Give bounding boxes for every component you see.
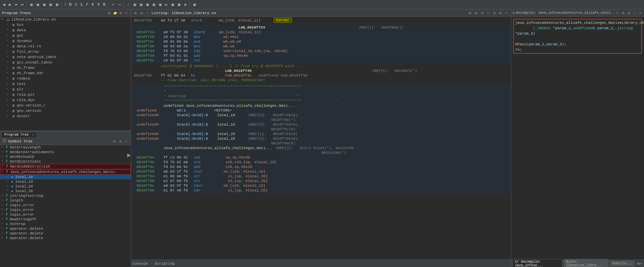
tree-gnu-ver[interactable]: + ▣ gnu.version bbox=[0, 108, 131, 114]
listing-line-0010f734[interactable]: 0010f734 fd 7b 43 a9 ldp x29=>local_10,x… bbox=[134, 49, 508, 53]
sym-length[interactable]: + f length bbox=[0, 198, 131, 203]
sym-newstringutf[interactable]: + f NewStringUTF bbox=[0, 217, 131, 222]
listing-btn5[interactable]: ☰ bbox=[492, 11, 497, 15]
toolbar-b[interactable]: B bbox=[102, 2, 107, 7]
toolbar-f[interactable]: F bbox=[85, 2, 89, 7]
toolbar-check[interactable]: ✓ bbox=[126, 2, 131, 7]
sym-op-del3[interactable]: + f operator.delete bbox=[0, 236, 131, 240]
listing-line-0010f740[interactable]: 0010f740 ff 01 00 94 bl FUN_0010ff3c und… bbox=[131, 73, 511, 78]
toolbar-arrow-right[interactable]: ➡ bbox=[20, 2, 25, 7]
toolbar-arrow-left[interactable]: ⬅ bbox=[13, 2, 19, 7]
sym-getarraylength[interactable]: + f GetArrayLength bbox=[0, 145, 131, 150]
stack-local28[interactable]: undefined8 Stack[-0x28]:8 local_28 XREF[… bbox=[134, 136, 508, 141]
decompile-close[interactable]: ✕ bbox=[638, 11, 643, 15]
symbol-close[interactable]: ✕ bbox=[124, 139, 129, 144]
toolbar-play[interactable]: ▶ bbox=[164, 2, 169, 7]
listing-btn1[interactable]: ⊞ bbox=[468, 11, 472, 15]
toolbar-btn2[interactable]: ▣ bbox=[35, 2, 41, 7]
toolbar-run6[interactable]: ▣ bbox=[170, 2, 176, 7]
toolbar-run7[interactable]: ▣ bbox=[176, 2, 182, 7]
sym-jstringtostring[interactable]: + f jstringTostring bbox=[0, 193, 131, 198]
toolbar-forward[interactable]: ▶ bbox=[7, 2, 13, 7]
listing-btn3[interactable]: ⊡ bbox=[480, 11, 485, 15]
tree-note[interactable]: + ▣ note.android.ident bbox=[0, 54, 131, 60]
lab-line[interactable]: LAB_0010f724 XREF[1]: 0010f6e8(j) bbox=[134, 25, 508, 30]
sym-hardcodeentry[interactable]: + f HardcodeEntry(rish bbox=[0, 164, 131, 169]
return-line[interactable]: undefined w0:1 <RETURN> bbox=[134, 108, 508, 113]
tree-rela-plt[interactable]: + ▣ rela.plt bbox=[0, 92, 131, 97]
tree-dynstr[interactable]: + ▣ dynstr bbox=[0, 114, 131, 119]
sym-nothrow[interactable]: + ● nothrow bbox=[0, 222, 131, 226]
sym-op-del2[interactable]: + f operator.delete bbox=[0, 231, 131, 236]
toolbar-redo[interactable]: ↪ bbox=[117, 2, 122, 7]
toolbar-run8[interactable]: ▣ bbox=[192, 2, 197, 7]
stack-local18[interactable]: undefined8 Stack[-0x18]:8 local_18 XREF[… bbox=[134, 122, 508, 127]
tree-fini[interactable]: + ▣ fini_array bbox=[0, 49, 131, 54]
toolbar-btn1[interactable]: ▣ bbox=[29, 2, 34, 7]
dtab-bytes[interactable]: Bytes: libnative_libra... bbox=[564, 259, 608, 267]
tree-bss[interactable]: + ▣ bss bbox=[0, 22, 131, 28]
tree-data[interactable]: + ▣ data bbox=[0, 28, 131, 33]
sym-java-infosec[interactable]: + f Java_infosecadventures_allsafe_chall… bbox=[0, 169, 131, 175]
tree-close[interactable]: ✕ bbox=[124, 11, 129, 15]
tree-data-rel-ro[interactable]: + ▣ data.rel.ro bbox=[0, 44, 131, 49]
sym-getbytearrayelements[interactable]: + f GetByteArrayElements bbox=[0, 150, 131, 154]
stack-local10[interactable]: undefined8 Stack[-0x10]:8 local_10 XREF[… bbox=[134, 113, 508, 118]
toolbar-back[interactable]: ◀ bbox=[1, 2, 7, 7]
tab-program-tree[interactable]: Program Tree ✕ bbox=[1, 132, 37, 137]
listing-icon-2[interactable]: ⊞ bbox=[139, 11, 144, 15]
listing-line-0010f754[interactable]: 0010f754 e1 0b 00 f9 str x1,[sp, #local_… bbox=[134, 174, 508, 179]
toolbar-v[interactable]: V bbox=[96, 2, 101, 7]
sym-local18[interactable]: + ● local_18 bbox=[0, 179, 131, 184]
listing-line-0010f760[interactable]: 0010f760 e1 07 40 f9 ldr x1,[sp, #local_… bbox=[134, 188, 508, 193]
listing-icon-1[interactable]: ⊞ bbox=[133, 11, 138, 15]
sym-getmethodid[interactable]: + f GetMethodID bbox=[0, 154, 131, 159]
symbol-icon-1[interactable]: ⊞ bbox=[112, 139, 117, 144]
tree-rela-dyn[interactable]: + ▣ rela.dyn bbox=[0, 97, 131, 103]
tree-eh-hdr[interactable]: + ▣ eh_frame_hdr bbox=[0, 71, 131, 76]
tree-got[interactable]: + ▣ got bbox=[0, 33, 131, 38]
toolbar-u[interactable]: U bbox=[74, 2, 79, 7]
listing-close[interactable]: ✕ bbox=[504, 11, 509, 15]
listing-line-0010f74c[interactable]: 0010f74c fd 83 00 91 add x29,sp,#0x20 bbox=[134, 165, 508, 169]
sym-logic3[interactable]: + f logic_error bbox=[0, 212, 131, 217]
tree-icon-2[interactable]: 📁 bbox=[113, 11, 117, 15]
toolbar-run2[interactable]: ▣ bbox=[138, 2, 144, 7]
toolbar-btn5[interactable]: ▣ bbox=[54, 2, 60, 7]
tree-icon-1[interactable]: ⊞ bbox=[107, 11, 112, 15]
toolbar-k[interactable]: K bbox=[90, 2, 95, 7]
toolbar-btn4[interactable]: ▣ bbox=[48, 2, 53, 7]
toolbar-run3[interactable]: ▣ bbox=[145, 2, 150, 7]
toolbar-btn3[interactable]: ▣ bbox=[41, 2, 47, 7]
sym-op-del1[interactable]: + f operator.delete bbox=[0, 226, 131, 231]
tree-gcc[interactable]: + ▣ gcc_except_table bbox=[0, 60, 131, 65]
dtab-decompile[interactable]: Cr Decompile: Java_infose... bbox=[513, 259, 562, 267]
decompile-content[interactable]: java_infosecadventures_allsafe_challenge… bbox=[511, 17, 644, 260]
decompile-btn1[interactable]: ⊞ bbox=[621, 11, 626, 15]
sym-logic1[interactable]: + f logic_error bbox=[0, 203, 131, 208]
sym-local28[interactable]: + ● local_28 bbox=[0, 189, 131, 193]
listing-line-0010f72c[interactable]: 0010f72c 08 01 09 0a and w8,w8,w9 bbox=[134, 39, 508, 44]
java-funcref-line[interactable]: Java_infosecadventures_allsafe_challenge… bbox=[134, 146, 508, 150]
listing-line-0010f758[interactable]: 0010f758 e2 07 00 f9 str x2,[sp, #local_… bbox=[134, 179, 508, 183]
undef-java-line[interactable]: undefined Java_infosecadventures_allsafe… bbox=[134, 103, 508, 108]
listing-btn2[interactable]: ⊞ bbox=[474, 11, 479, 15]
listing-btn6[interactable]: ⊞ bbox=[498, 11, 503, 15]
toolbar-l[interactable]: L bbox=[79, 2, 84, 7]
listing-line-0010f748[interactable]: 0010f748 fd 7b 02 a9 stp x29,x30,[sp, #l… bbox=[134, 160, 508, 165]
toolbar-diamond[interactable]: ◆ bbox=[183, 2, 188, 7]
listing-line-0010f738[interactable]: 0010f738 ff 03 01 91 add sp,sp,#0x40 bbox=[134, 53, 508, 58]
dtab-functio[interactable]: Functio... bbox=[610, 261, 635, 266]
console-tab[interactable]: Console - Scripting bbox=[132, 262, 175, 266]
lab-0010f740-line[interactable]: LAB_0010f740 XREF[1]: 00130af3(*) bbox=[131, 69, 511, 73]
tree-eh[interactable]: + ▣ eh_frame bbox=[0, 65, 131, 71]
tree-dynamic[interactable]: + ▣ dynamic bbox=[0, 38, 131, 44]
tree-gnu-ver-r[interactable]: + ▣ gnu.version_r bbox=[0, 103, 131, 108]
tab-close-icon[interactable]: ✕ bbox=[32, 133, 34, 137]
sym-getobjectclass[interactable]: + f GetObjectClass bbox=[0, 159, 131, 164]
symbol-icon-2[interactable]: ⚙ bbox=[118, 139, 123, 144]
toolbar-undo[interactable]: ↩ bbox=[111, 2, 116, 7]
tree-root[interactable]: ▼ 🗂 libnative_library.so bbox=[0, 17, 131, 22]
sym-local20[interactable]: + ● local_20 bbox=[0, 184, 131, 189]
listing-line-0010f75c[interactable]: 0010f75c a0 83 5f f8 ldur x0,[x29, #loca… bbox=[134, 183, 508, 188]
